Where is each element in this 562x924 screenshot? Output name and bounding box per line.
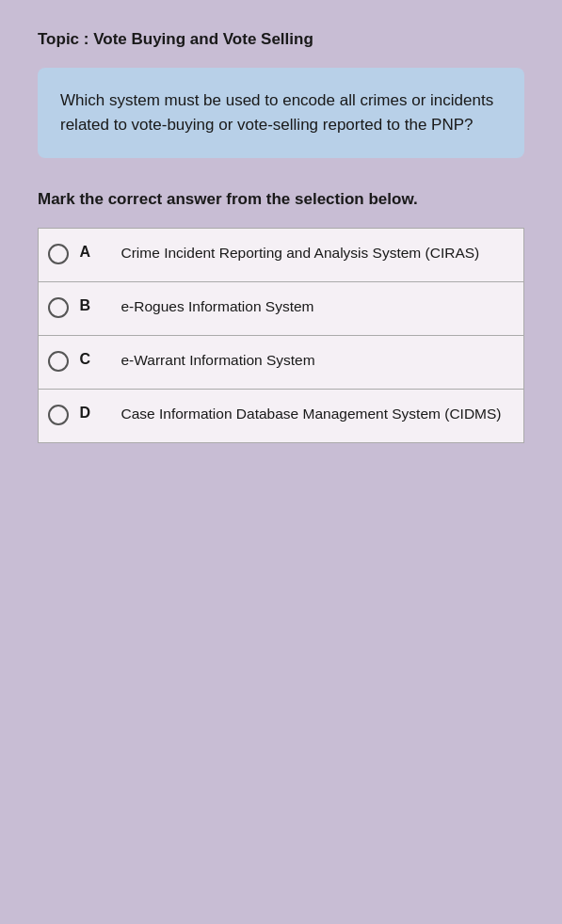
- topic-label: Topic : Vote Buying and Vote Selling: [38, 28, 524, 51]
- radio-button-B[interactable]: [48, 297, 69, 318]
- table-row[interactable]: B e-Rogues Information System: [39, 282, 524, 336]
- radio-button-D[interactable]: [48, 405, 69, 425]
- answer-text-B: e-Rogues Information System: [114, 282, 524, 336]
- table-row[interactable]: A Crime Incident Reporting and Analysis …: [39, 229, 524, 282]
- answer-text-A: Crime Incident Reporting and Analysis Sy…: [114, 229, 524, 282]
- table-row[interactable]: C e-Warrant Information System: [39, 336, 524, 390]
- answer-text-C: e-Warrant Information System: [114, 336, 524, 390]
- instruction: Mark the correct answer from the selecti…: [38, 188, 524, 211]
- answer-letter-C: C: [80, 336, 114, 390]
- question-text: Which system must be used to encode all …: [60, 91, 493, 134]
- answer-text-D: Case Information Database Management Sys…: [114, 390, 524, 443]
- answer-letter-B: B: [80, 282, 114, 336]
- radio-button-A[interactable]: [48, 244, 69, 264]
- radio-cell-D[interactable]: [39, 390, 80, 443]
- table-row[interactable]: D Case Information Database Management S…: [39, 390, 524, 443]
- answer-letter-A: A: [80, 229, 114, 282]
- radio-button-C[interactable]: [48, 351, 69, 372]
- radio-cell-B[interactable]: [39, 282, 80, 336]
- answer-table: A Crime Incident Reporting and Analysis …: [38, 228, 524, 443]
- radio-cell-C[interactable]: [39, 336, 80, 390]
- radio-cell-A[interactable]: [39, 229, 80, 282]
- answer-letter-D: D: [80, 390, 114, 443]
- question-box: Which system must be used to encode all …: [38, 68, 524, 159]
